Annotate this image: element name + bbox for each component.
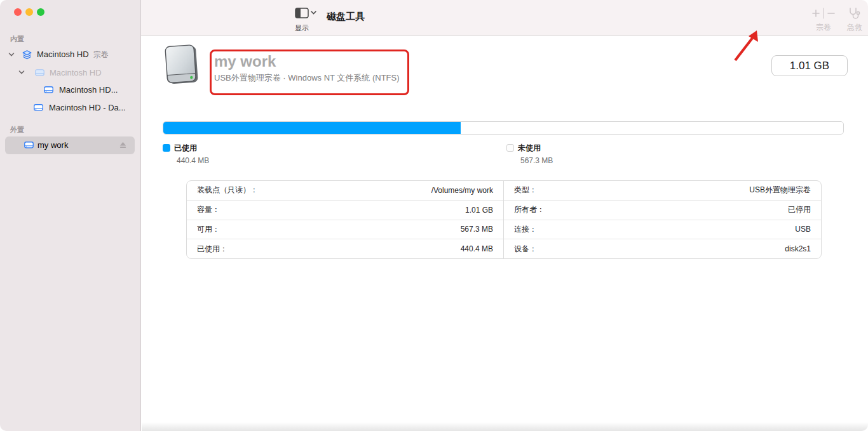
row-label: 装载点（只读）： <box>197 185 258 196</box>
table-row: 已使用：440.4 MB <box>187 239 503 258</box>
capacity-badge: 1.01 GB <box>771 55 848 76</box>
add-remove-volume-icon <box>810 6 837 20</box>
volume-group-icon <box>21 49 33 61</box>
row-label: 容量： <box>197 204 220 215</box>
table-row: 连接：USB <box>504 220 821 239</box>
first-aid-icon <box>847 6 862 20</box>
table-row: 设备：disk2s1 <box>504 239 821 258</box>
row-value: 已停用 <box>788 204 811 215</box>
partition-button: 分区 <box>865 6 868 33</box>
volume-title: my work <box>214 53 276 70</box>
chevron-down-icon[interactable] <box>18 69 25 76</box>
sidebar-item-macintosh-hd-data[interactable]: Macintosh HD - Da... <box>0 100 141 115</box>
table-row: 所有者：已停用 <box>504 200 821 220</box>
used-label: 已使用 <box>174 143 197 154</box>
sidebar-item-label: Macintosh HD宗卷 <box>37 50 109 60</box>
main-content: my work USB外置物理宗卷 · Windows NT 文件系统 (NTF… <box>142 36 868 431</box>
sidebar-item-label: Macintosh HD - Da... <box>49 103 126 112</box>
row-value: /Volumes/my work <box>431 186 493 195</box>
row-label: 类型： <box>514 185 537 196</box>
used-value: 440.4 MB <box>177 156 209 165</box>
zoom-button[interactable] <box>37 8 44 16</box>
first-aid-button: 急救 <box>841 6 868 33</box>
sidebar: 内置 Macintosh HD宗卷 Macintosh HD <box>0 0 141 431</box>
window-title: 磁盘工具 <box>327 11 365 23</box>
info-table-left: 装载点（只读）：/Volumes/my work 容量：1.01 GB 可用：5… <box>187 181 504 258</box>
sidebar-toggle-icon[interactable] <box>295 8 316 18</box>
used-swatch <box>163 144 170 152</box>
minimize-button[interactable] <box>25 8 33 16</box>
info-table-right: 类型：USB外置物理宗卷 所有者：已停用 连接：USB 设备：disk2s1 <box>504 181 821 258</box>
row-value: USB <box>795 225 811 234</box>
drive-icon <box>32 102 44 114</box>
toolbar-label: 宗卷 <box>816 22 831 33</box>
table-row: 容量：1.01 GB <box>187 200 503 220</box>
sidebar-item-label: Macintosh HD <box>50 68 102 77</box>
table-row: 类型：USB外置物理宗卷 <box>504 181 821 200</box>
row-label: 连接： <box>514 224 537 235</box>
row-value: 1.01 GB <box>465 206 493 215</box>
info-table: 装载点（只读）：/Volumes/my work 容量：1.01 GB 可用：5… <box>186 180 822 259</box>
table-row: 装载点（只读）：/Volumes/my work <box>187 181 503 200</box>
unused-swatch <box>506 144 514 152</box>
chevron-down-icon[interactable] <box>8 51 15 58</box>
row-label: 可用： <box>197 224 220 235</box>
usage-bar <box>163 121 844 135</box>
eject-icon[interactable] <box>119 141 127 149</box>
drive-icon <box>23 139 35 151</box>
sidebar-item-label: my work <box>37 140 68 150</box>
show-label: 显示 <box>295 23 323 33</box>
drive-icon <box>34 67 46 79</box>
table-row: 可用：567.3 MB <box>187 220 503 239</box>
sidebar-item-macintosh-hd-container[interactable]: Macintosh HD <box>0 65 141 80</box>
sidebar-item-label: Macintosh HD... <box>59 85 118 95</box>
sidebar-item-macintosh-hd-group[interactable]: Macintosh HD宗卷 <box>0 47 141 62</box>
unused-value: 567.3 MB <box>520 156 553 165</box>
row-value: disk2s1 <box>785 244 811 253</box>
toolbar-label: 急救 <box>847 22 862 33</box>
row-label: 设备： <box>514 244 537 255</box>
row-label: 已使用： <box>197 244 227 255</box>
usage-bar-used-segment <box>163 122 461 134</box>
volume-badge: 宗卷 <box>93 50 109 59</box>
drive-icon <box>43 84 55 96</box>
sidebar-item-my-work[interactable]: my work <box>5 136 135 154</box>
row-label: 所有者： <box>514 204 545 215</box>
sidebar-section-internal: 内置 <box>10 34 24 44</box>
toolbar: 显示 磁盘工具 宗卷 急救 分区 抹掉 <box>141 0 868 36</box>
unused-label: 未使用 <box>518 143 541 154</box>
row-value: USB外置物理宗卷 <box>749 185 811 196</box>
volume-description: USB外置物理宗卷 · Windows NT 文件系统 (NTFS) <box>214 72 400 84</box>
sidebar-item-macintosh-hd-volume[interactable]: Macintosh HD... <box>0 82 141 97</box>
external-drive-image <box>161 44 202 88</box>
close-button[interactable] <box>14 8 22 16</box>
row-value: 567.3 MB <box>461 225 493 234</box>
disk-utility-window: 内置 Macintosh HD宗卷 Macintosh HD <box>0 0 868 431</box>
row-value: 440.4 MB <box>461 244 493 253</box>
show-sidebar-control[interactable]: 显示 <box>295 8 323 33</box>
sidebar-section-external: 外置 <box>10 125 24 135</box>
volume-add-remove-button: 宗卷 <box>810 6 837 33</box>
